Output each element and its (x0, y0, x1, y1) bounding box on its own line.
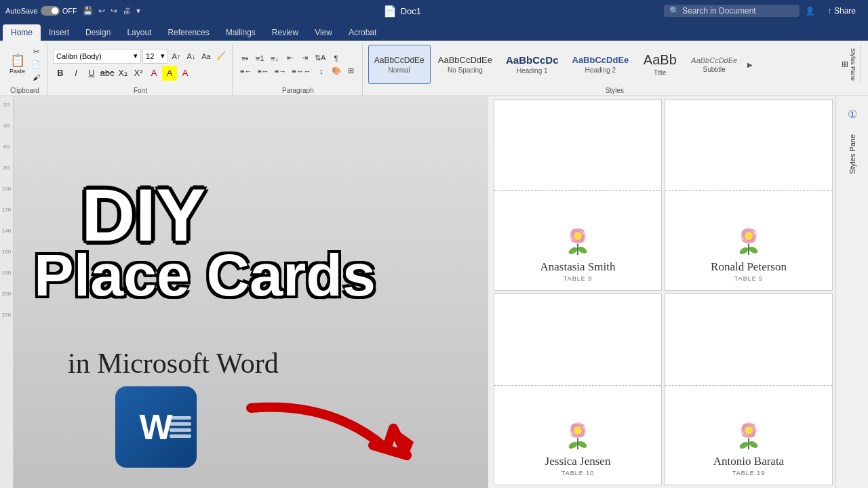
font-color-button[interactable]: A (146, 66, 161, 81)
styles-area: AaBbCcDdEe Normal AaBbCcDdEe No Spacing … (368, 45, 837, 84)
doc-title: Doc1 (401, 6, 421, 16)
bullet-list-button[interactable]: ≡• (238, 52, 252, 64)
ruler-mark-100: 100 (2, 186, 11, 192)
shading-button[interactable]: 🎨 (330, 65, 343, 77)
redo-icon[interactable]: ↪ (111, 6, 117, 16)
svg-point-8 (577, 245, 588, 255)
change-case-button[interactable]: Aa (199, 50, 213, 62)
autosave-label: AutoSave OFF (5, 6, 77, 16)
ruler-mark-160: 160 (2, 249, 11, 255)
document-area[interactable]: DIY Place Cards in Microsoft Word W (14, 96, 868, 488)
autosave-toggle[interactable] (41, 6, 60, 16)
style-no-spacing[interactable]: AaBbCcDdEe No Spacing (432, 45, 498, 84)
print-icon[interactable]: 🖨 (123, 6, 131, 16)
clipboard-label: Clipboard (10, 87, 39, 94)
bold-button[interactable]: B (53, 66, 68, 81)
justify-button[interactable]: ≡↔↔ (290, 65, 313, 77)
card-2-table: TABLE 5 (734, 275, 763, 282)
font-label: Font (134, 87, 147, 94)
style-nospacing-preview: AaBbCcDdEe (438, 55, 492, 65)
word-logo-background: W (115, 386, 197, 468)
undo-icon[interactable]: ↩ (98, 6, 105, 16)
styles-pane-button[interactable]: ⊞ Styles Pane (837, 45, 861, 84)
line-spacing-button[interactable]: ↕ (315, 65, 328, 77)
align-right-button[interactable]: ≡→ (273, 65, 288, 77)
border-button[interactable]: ⊞ (344, 65, 358, 77)
place-card-1: Anastasia Smith TABLE 9 (494, 99, 662, 291)
tab-layout[interactable]: Layout (119, 24, 159, 41)
style-heading2[interactable]: AaBbCcDdEe Heading 2 (566, 45, 635, 84)
styles-pane-vertical-label[interactable]: Styles Pane (846, 129, 859, 180)
font-group: Calibri (Body) ▾ 12 ▾ A↑ A↓ Aa 🧹 B I U (49, 43, 233, 96)
italic-button[interactable]: I (68, 66, 83, 81)
paste-group-content: 📋 Paste ✂ 📄 🖌 (7, 43, 43, 85)
font-size-select[interactable]: 12 ▾ (142, 49, 168, 64)
title-bar-center: 📄 Doc1 (383, 5, 421, 18)
format-painter-button[interactable]: 🖌 (29, 71, 43, 83)
font-row2: B I U abc X₂ X² A A A (53, 66, 228, 81)
font-family-select[interactable]: Calibri (Body) ▾ (53, 49, 141, 64)
style-nospacing-label: No Spacing (448, 66, 483, 74)
arrow-svg (237, 394, 427, 476)
style-h2-preview: AaBbCcDdEe (572, 55, 629, 65)
style-subtitle[interactable]: AaBbCcDdEe Subtitle (685, 45, 743, 84)
more-icon[interactable]: ▾ (136, 6, 140, 16)
in-ms-word-text: in Microsoft Word (68, 347, 279, 380)
decrease-font-button[interactable]: A↓ (184, 50, 198, 62)
style-normal[interactable]: AaBbCcDdEe Normal (368, 45, 431, 84)
increase-font-button[interactable]: A↑ (170, 50, 183, 62)
paste-label: Paste (9, 68, 25, 75)
share-button[interactable]: ↑ Share (821, 4, 863, 18)
highlight-button[interactable]: A (162, 66, 177, 81)
style-heading1[interactable]: AaBbCcDc Heading 1 (500, 45, 565, 84)
tab-acrobat[interactable]: Acrobat (340, 24, 384, 41)
flower-icon-2 (730, 221, 767, 258)
ruler-mark-220: 220 (2, 312, 11, 318)
svg-point-15 (738, 246, 749, 256)
tab-design[interactable]: Design (77, 24, 119, 41)
clear-format-button[interactable]: 🧹 (214, 50, 228, 62)
superscript-button[interactable]: X² (131, 66, 146, 81)
style-h1-preview: AaBbCcDc (506, 54, 559, 66)
copy-button[interactable]: 📄 (29, 58, 43, 70)
card-3-name: Jessica Jensen (545, 455, 611, 468)
svg-point-24 (577, 440, 588, 449)
save-icon[interactable]: 💾 (83, 6, 93, 16)
search-bar[interactable]: 🔍 Search in Document (664, 5, 800, 17)
show-marks-button[interactable]: ¶ (329, 52, 342, 64)
multilevel-list-button[interactable]: ≡↓ (268, 52, 281, 64)
style-subtitle-label: Subtitle (703, 66, 726, 73)
user-icon[interactable]: 👤 (805, 6, 815, 16)
style-h1-label: Heading 1 (517, 67, 548, 75)
styles-scroll-button[interactable]: ▶ (745, 45, 755, 84)
indent-decrease-button[interactable]: ⇤ (283, 52, 296, 64)
tab-insert[interactable]: Insert (41, 24, 77, 41)
subscript-button[interactable]: X₂ (115, 66, 130, 81)
paragraph-group: ≡• ≡1 ≡↓ ⇤ ⇥ ⇅A ¶ ≡← ≡↔ ≡→ ≡↔↔ ↕ 🎨 ⊞ (234, 43, 363, 96)
ribbon-tabs: Home Insert Design Layout References Mai… (0, 22, 868, 41)
indent-increase-button[interactable]: ⇥ (298, 52, 311, 64)
card-2-bottom: Ronald Peterson TABLE 5 (665, 191, 832, 290)
style-title-preview: AaBb (644, 52, 677, 68)
number-list-button[interactable]: ≡1 (253, 52, 267, 64)
align-left-button[interactable]: ≡← (238, 65, 254, 77)
underline-button[interactable]: U (84, 66, 99, 81)
tab-mailings[interactable]: Mailings (218, 24, 264, 41)
toggle-state: OFF (62, 7, 77, 15)
cut-button[interactable]: ✂ (29, 45, 43, 58)
title-bar-left: AutoSave OFF 💾 ↩ ↪ 🖨 ▾ (5, 6, 140, 16)
text-color-button[interactable]: A (178, 66, 193, 81)
strikethrough-button[interactable]: abc (100, 66, 115, 81)
paste-button[interactable]: 📋 Paste (7, 45, 28, 83)
tab-review[interactable]: Review (264, 24, 307, 41)
ruler-mark-120: 120 (2, 207, 11, 213)
sort-button[interactable]: ⇅A (313, 52, 328, 64)
ruler-mark-180: 180 (2, 270, 11, 276)
tab-references[interactable]: References (159, 24, 217, 41)
styles-panel-expand-button[interactable]: ① (840, 102, 865, 126)
clipboard-sub-buttons: ✂ 📄 🖌 (29, 45, 43, 83)
tab-view[interactable]: View (307, 24, 340, 41)
align-center-button[interactable]: ≡↔ (255, 65, 271, 77)
style-title[interactable]: AaBb Title (636, 45, 684, 84)
tab-home[interactable]: Home (3, 24, 41, 41)
